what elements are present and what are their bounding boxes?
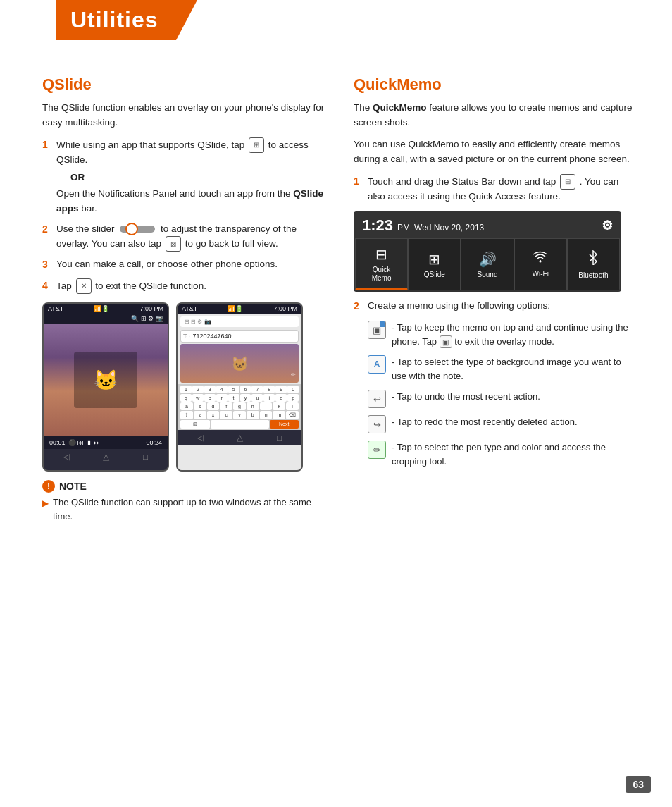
memo-option-pen: ✏ - Tap to select the pen type and color…	[368, 441, 637, 468]
page-number: 63	[626, 776, 651, 793]
sb-sound-icon[interactable]: 🔊 Sound	[461, 238, 514, 290]
overlay-icon-inline: ▣	[440, 335, 452, 348]
note-text: The QSlide function can support up to tw…	[53, 495, 325, 523]
memo-option-undo: ↩ - Tap to undo the most recent action.	[368, 390, 637, 408]
note-content: ▶ The QSlide function can support up to …	[42, 495, 325, 523]
overlay-icon: ▣	[368, 321, 386, 339]
cat-image: 🐱	[74, 352, 137, 408]
page-title: Utilities	[70, 7, 158, 32]
quickmemo-step-2: 2 Create a memo using the following opti…	[354, 299, 637, 314]
qslide-step-3: 3 You can make a call, or choose other p…	[42, 257, 325, 273]
qslide-step-2: 2 Use the slider to adjust the transpare…	[42, 222, 325, 252]
slider-icon	[120, 226, 155, 233]
phone2-to-field: To 71202447640	[180, 330, 299, 343]
status-bar-mockup: 1:23 PM Wed Nov 20, 2013 ⚙ ⊟ QuickMemo ⊞…	[354, 211, 621, 292]
fullview-icon: ⊠	[166, 236, 181, 252]
sb-ampm: PM	[397, 223, 410, 233]
sb-date: Wed Nov 20, 2013	[414, 223, 484, 233]
quickmemo-tap-icon: ⊟	[560, 174, 575, 190]
phone2-nav: ◁ △ □	[178, 430, 301, 445]
sb-icons-row: ⊟ QuickMemo ⊞ QSlide 🔊 Sound	[355, 238, 620, 290]
note-section: ! NOTE ▶ The QSlide function can support…	[42, 480, 325, 523]
phone2-status-bar: AT&T 📶🔋 7:00 PM	[178, 304, 301, 314]
quickmemo-step-1: 1 Touch and drag the Status Bar down and…	[354, 174, 637, 204]
svg-point-0	[540, 261, 542, 263]
background-icon: A	[368, 355, 386, 374]
note-label: NOTE	[59, 481, 87, 492]
header-banner: Utilities	[56, 0, 197, 40]
quickmemo-title: QuickMemo	[354, 75, 637, 94]
phone-screenshots: AT&T 📶🔋 7:00 PM 🔍 ⊞ ⚙ 📷 🐱 00:01 ⚫ ⏮ ⏸ ⏭ …	[42, 302, 325, 472]
phone2-image-preview: 🐱 ✏	[180, 344, 299, 383]
exit-icon: ✕	[76, 278, 92, 294]
gear-icon[interactable]: ⚙	[602, 218, 613, 233]
memo-option-overlay: ▣ - Tap to keep the memo on top and and …	[368, 321, 637, 348]
memo-option-background: A - Tap to select the type of background…	[368, 355, 637, 383]
qslide-step-1: 1 While using an app that supports QSlid…	[42, 137, 325, 216]
sb-bluetooth-icon[interactable]: Bluetooth	[567, 238, 620, 290]
sb-time-value: 1:23	[362, 216, 393, 235]
redo-icon: ↪	[368, 415, 386, 433]
sb-wifi-icon[interactable]: Wi-Fi	[514, 238, 567, 290]
qslide-section: QSlide The QSlide function enables an ov…	[42, 75, 325, 523]
sb-qslide-icon[interactable]: ⊞ QSlide	[408, 238, 461, 290]
quickmemo-steps: 1 Touch and drag the Status Bar down and…	[354, 174, 637, 204]
quickmemo-section: QuickMemo The QuickMemo feature allows y…	[354, 75, 637, 523]
pen-icon: ✏	[368, 441, 386, 459]
page-content: QSlide The QSlide function enables an ov…	[0, 54, 672, 544]
qslide-intro: The QSlide function enables an overlay o…	[42, 101, 325, 130]
phone2-keyboard: 1234567890 qwertyuiop asdfghjkl ⇧zxcvbnm…	[178, 384, 301, 430]
phone1-status-bar: AT&T 📶🔋 7:00 PM	[44, 304, 168, 314]
qslide-steps: 1 While using an app that supports QSlid…	[42, 137, 325, 294]
phone2-input: ⊞ ⊟ ⚙ 📷	[180, 316, 299, 327]
phone1-body: 🐱	[44, 324, 168, 436]
memo-options-list: ▣ - Tap to keep the memo on top and and …	[368, 321, 637, 468]
quickmemo-step2: 2 Create a memo using the following opti…	[354, 299, 637, 314]
qslide-title: QSlide	[42, 75, 325, 94]
qslide-icon: ⊞	[249, 137, 264, 153]
sb-top: 1:23 PM Wed Nov 20, 2013 ⚙	[355, 213, 620, 238]
quickmemo-intro: The QuickMemo feature allows you to crea…	[354, 101, 637, 130]
phone-screenshot-1: AT&T 📶🔋 7:00 PM 🔍 ⊞ ⚙ 📷 🐱 00:01 ⚫ ⏮ ⏸ ⏭ …	[42, 302, 169, 472]
sb-quickmemo-icon[interactable]: ⊟ QuickMemo	[355, 238, 408, 290]
phone1-controls: 00:01 ⚫ ⏮ ⏸ ⏭ 00:24	[44, 436, 168, 449]
quickmemo-para2: You can use QuickMemo to easily and effi…	[354, 137, 637, 167]
memo-option-redo: ↪ - Tap to redo the most recently delete…	[368, 415, 637, 433]
phone1-nav: ◁ △ □	[44, 449, 168, 464]
undo-icon: ↩	[368, 390, 386, 408]
note-icon: !	[42, 480, 55, 493]
phone-screenshot-2: AT&T 📶🔋 7:00 PM ⊞ ⊟ ⚙ 📷 To 71202447640 🐱	[176, 302, 303, 472]
qslide-step-4: 4 Tap ✕ to exit the QSlide function.	[42, 278, 325, 294]
